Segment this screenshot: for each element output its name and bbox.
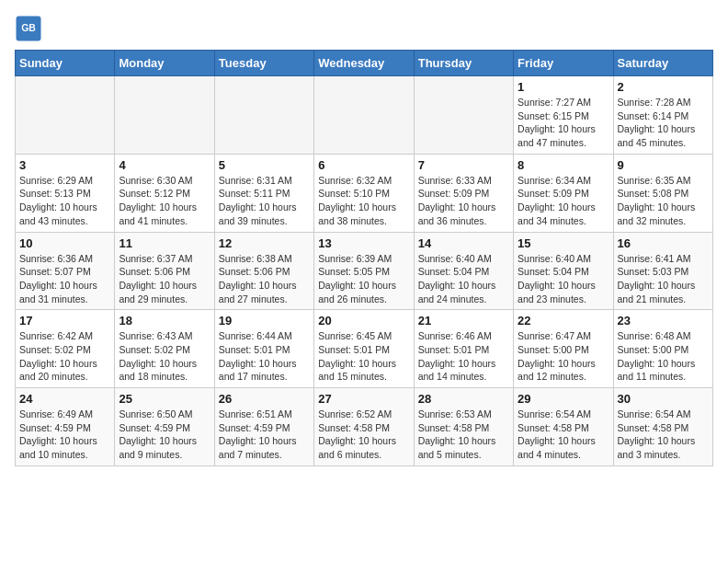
day-number: 3	[19, 158, 110, 172]
day-info: Sunrise: 6:30 AMSunset: 5:12 PMDaylight:…	[119, 174, 210, 228]
day-number: 7	[418, 158, 509, 172]
day-info: Sunrise: 6:39 AMSunset: 5:05 PMDaylight:…	[318, 252, 409, 306]
day-number: 8	[518, 158, 609, 172]
day-info: Sunrise: 6:54 AMSunset: 4:58 PMDaylight:…	[518, 408, 609, 462]
day-header-wednesday: Wednesday	[314, 51, 414, 76]
calendar-cell: 1Sunrise: 7:27 AMSunset: 6:15 PMDaylight…	[514, 76, 613, 155]
calendar-cell: 12Sunrise: 6:38 AMSunset: 5:06 PMDayligh…	[214, 232, 313, 310]
day-info: Sunrise: 6:38 AMSunset: 5:06 PMDaylight:…	[219, 252, 310, 306]
day-header-sunday: Sunday	[16, 51, 115, 76]
calendar-cell: 19Sunrise: 6:44 AMSunset: 5:01 PMDayligh…	[214, 310, 313, 388]
day-info: Sunrise: 6:36 AMSunset: 5:07 PMDaylight:…	[19, 252, 110, 306]
calendar-cell: 17Sunrise: 6:42 AMSunset: 5:02 PMDayligh…	[16, 310, 115, 388]
day-number: 24	[19, 392, 110, 406]
day-number: 27	[318, 392, 409, 406]
day-header-tuesday: Tuesday	[214, 51, 313, 76]
day-info: Sunrise: 6:52 AMSunset: 4:58 PMDaylight:…	[318, 408, 409, 462]
day-info: Sunrise: 6:33 AMSunset: 5:09 PMDaylight:…	[418, 174, 509, 228]
calendar-cell: 4Sunrise: 6:30 AMSunset: 5:12 PMDaylight…	[115, 154, 214, 232]
calendar-cell: 26Sunrise: 6:51 AMSunset: 4:59 PMDayligh…	[214, 388, 313, 466]
day-number: 13	[318, 236, 409, 250]
calendar-week-1: 3Sunrise: 6:29 AMSunset: 5:13 PMDaylight…	[16, 154, 713, 232]
day-info: Sunrise: 6:37 AMSunset: 5:06 PMDaylight:…	[119, 252, 210, 306]
calendar-cell	[314, 76, 414, 155]
day-number: 14	[418, 236, 509, 250]
calendar-week-0: 1Sunrise: 7:27 AMSunset: 6:15 PMDaylight…	[16, 76, 713, 155]
day-number: 23	[618, 314, 709, 327]
calendar-cell: 28Sunrise: 6:53 AMSunset: 4:58 PMDayligh…	[414, 388, 513, 466]
logo: GB	[15, 15, 46, 42]
day-number: 4	[119, 158, 210, 172]
day-info: Sunrise: 6:49 AMSunset: 4:59 PMDaylight:…	[19, 408, 110, 462]
day-number: 17	[19, 314, 110, 327]
calendar-cell	[16, 76, 115, 155]
day-number: 25	[119, 392, 210, 406]
day-info: Sunrise: 6:43 AMSunset: 5:02 PMDaylight:…	[119, 329, 210, 384]
day-number: 22	[518, 314, 609, 327]
day-info: Sunrise: 6:46 AMSunset: 5:01 PMDaylight:…	[418, 329, 509, 384]
calendar-cell: 13Sunrise: 6:39 AMSunset: 5:05 PMDayligh…	[314, 232, 414, 310]
day-info: Sunrise: 6:50 AMSunset: 4:59 PMDaylight:…	[119, 408, 210, 462]
day-number: 6	[318, 158, 409, 172]
calendar-cell: 10Sunrise: 6:36 AMSunset: 5:07 PMDayligh…	[16, 232, 115, 310]
day-number: 21	[418, 314, 509, 327]
day-number: 26	[219, 392, 310, 406]
day-number: 5	[219, 158, 310, 172]
calendar-week-4: 24Sunrise: 6:49 AMSunset: 4:59 PMDayligh…	[16, 388, 713, 466]
day-header-saturday: Saturday	[613, 51, 712, 76]
calendar-cell: 20Sunrise: 6:45 AMSunset: 5:01 PMDayligh…	[314, 310, 414, 388]
calendar-cell: 9Sunrise: 6:35 AMSunset: 5:08 PMDaylight…	[613, 154, 712, 232]
calendar-cell: 23Sunrise: 6:48 AMSunset: 5:00 PMDayligh…	[613, 310, 712, 388]
calendar-cell: 2Sunrise: 7:28 AMSunset: 6:14 PMDaylight…	[613, 76, 712, 155]
day-header-thursday: Thursday	[414, 51, 513, 76]
calendar-cell: 27Sunrise: 6:52 AMSunset: 4:58 PMDayligh…	[314, 388, 414, 466]
day-number: 1	[518, 80, 609, 94]
day-number: 2	[618, 80, 709, 94]
calendar-cell: 18Sunrise: 6:43 AMSunset: 5:02 PMDayligh…	[115, 310, 214, 388]
day-info: Sunrise: 7:27 AMSunset: 6:15 PMDaylight:…	[518, 96, 609, 150]
day-info: Sunrise: 6:41 AMSunset: 5:03 PMDaylight:…	[618, 252, 709, 306]
calendar-cell: 14Sunrise: 6:40 AMSunset: 5:04 PMDayligh…	[414, 232, 513, 310]
day-info: Sunrise: 6:31 AMSunset: 5:11 PMDaylight:…	[219, 174, 310, 228]
day-info: Sunrise: 6:29 AMSunset: 5:13 PMDaylight:…	[19, 174, 110, 228]
day-number: 28	[418, 392, 509, 406]
day-info: Sunrise: 6:35 AMSunset: 5:08 PMDaylight:…	[618, 174, 709, 228]
day-number: 16	[618, 236, 709, 250]
day-info: Sunrise: 6:51 AMSunset: 4:59 PMDaylight:…	[219, 408, 310, 462]
day-number: 20	[318, 314, 409, 327]
calendar-cell	[414, 76, 513, 155]
calendar-cell: 25Sunrise: 6:50 AMSunset: 4:59 PMDayligh…	[115, 388, 214, 466]
calendar-cell: 15Sunrise: 6:40 AMSunset: 5:04 PMDayligh…	[514, 232, 613, 310]
day-info: Sunrise: 6:47 AMSunset: 5:00 PMDaylight:…	[518, 329, 609, 384]
calendar-cell: 3Sunrise: 6:29 AMSunset: 5:13 PMDaylight…	[16, 154, 115, 232]
calendar-cell: 24Sunrise: 6:49 AMSunset: 4:59 PMDayligh…	[16, 388, 115, 466]
day-number: 18	[119, 314, 210, 327]
calendar-cell: 16Sunrise: 6:41 AMSunset: 5:03 PMDayligh…	[613, 232, 712, 310]
day-number: 10	[19, 236, 110, 250]
header-section: GB	[15, 15, 713, 42]
calendar-cell: 11Sunrise: 6:37 AMSunset: 5:06 PMDayligh…	[115, 232, 214, 310]
day-info: Sunrise: 6:45 AMSunset: 5:01 PMDaylight:…	[318, 329, 409, 384]
day-info: Sunrise: 6:44 AMSunset: 5:01 PMDaylight:…	[219, 329, 310, 384]
calendar-cell: 5Sunrise: 6:31 AMSunset: 5:11 PMDaylight…	[214, 154, 313, 232]
day-number: 19	[219, 314, 310, 327]
day-number: 15	[518, 236, 609, 250]
calendar-week-2: 10Sunrise: 6:36 AMSunset: 5:07 PMDayligh…	[16, 232, 713, 310]
calendar-cell: 22Sunrise: 6:47 AMSunset: 5:00 PMDayligh…	[514, 310, 613, 388]
calendar-cell: 8Sunrise: 6:34 AMSunset: 5:09 PMDaylight…	[514, 154, 613, 232]
day-info: Sunrise: 6:32 AMSunset: 5:10 PMDaylight:…	[318, 174, 409, 228]
day-number: 9	[618, 158, 709, 172]
calendar-cell: 30Sunrise: 6:54 AMSunset: 4:58 PMDayligh…	[613, 388, 712, 466]
day-number: 11	[119, 236, 210, 250]
calendar-table: SundayMondayTuesdayWednesdayThursdayFrid…	[15, 50, 713, 466]
calendar-cell: 6Sunrise: 6:32 AMSunset: 5:10 PMDaylight…	[314, 154, 414, 232]
day-info: Sunrise: 6:40 AMSunset: 5:04 PMDaylight:…	[418, 252, 509, 306]
calendar-cell: 29Sunrise: 6:54 AMSunset: 4:58 PMDayligh…	[514, 388, 613, 466]
day-info: Sunrise: 6:42 AMSunset: 5:02 PMDaylight:…	[19, 329, 110, 384]
svg-text:GB: GB	[21, 22, 36, 33]
day-header-friday: Friday	[514, 51, 613, 76]
day-info: Sunrise: 6:54 AMSunset: 4:58 PMDaylight:…	[618, 408, 709, 462]
calendar-cell	[214, 76, 313, 155]
day-info: Sunrise: 6:34 AMSunset: 5:09 PMDaylight:…	[518, 174, 609, 228]
calendar-cell: 21Sunrise: 6:46 AMSunset: 5:01 PMDayligh…	[414, 310, 513, 388]
